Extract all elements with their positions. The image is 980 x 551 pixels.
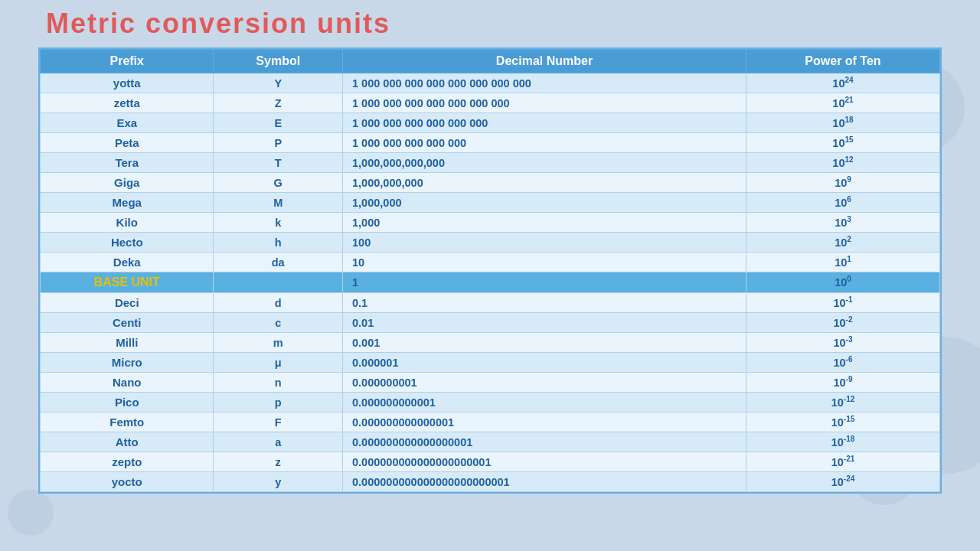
cell-power: 1021 [746, 93, 939, 113]
cell-decimal: 0.000000000001 [343, 393, 746, 412]
cell-decimal: 1,000,000,000 [343, 173, 746, 193]
cell-prefix: Hecto [41, 233, 214, 253]
cell-symbol: a [214, 432, 343, 452]
cell-symbol: m [214, 333, 343, 353]
cell-prefix: Giga [41, 173, 214, 193]
cell-prefix: Pico [41, 393, 214, 412]
cell-prefix: yocto [41, 472, 214, 492]
cell-power: 1024 [746, 73, 939, 93]
table-row: PetaP1 000 000 000 000 0001015 [41, 133, 940, 153]
cell-prefix: zetta [41, 93, 214, 113]
cell-power: 10-6 [746, 353, 939, 373]
cell-power: 10-24 [746, 472, 939, 492]
table-body: yottaY1 000 000 000 000 000 000 000 0001… [41, 73, 940, 492]
table-row: Millim0.00110-3 [41, 333, 940, 353]
cell-decimal: 1 000 000 000 000 000 000 000 [343, 93, 746, 113]
table-row: zettaZ1 000 000 000 000 000 000 0001021 [41, 93, 940, 113]
table-row: FemtoF0.00000000000000110-15 [41, 412, 940, 432]
cell-power: 10-15 [746, 412, 939, 432]
table-row: yottaY1 000 000 000 000 000 000 000 0001… [41, 73, 940, 93]
cell-power: 10-21 [746, 452, 939, 472]
cell-power: 109 [746, 173, 939, 193]
cell-prefix: Exa [41, 113, 214, 133]
cell-symbol: T [214, 153, 343, 173]
cell-symbol: F [214, 412, 343, 432]
cell-power: 101 [746, 253, 939, 272]
cell-prefix: Deka [41, 253, 214, 272]
col-header-prefix: Prefix [41, 50, 214, 73]
cell-power: 102 [746, 233, 939, 253]
cell-decimal: 1,000,000,000,000 [343, 153, 746, 173]
cell-decimal: 1,000,000 [343, 193, 746, 213]
table-row: Kilok1,000103 [41, 213, 940, 233]
col-header-decimal: Decimal Number [343, 50, 746, 73]
cell-power: 1015 [746, 133, 939, 153]
cell-symbol: P [214, 133, 343, 153]
cell-prefix: zepto [41, 452, 214, 472]
cell-symbol: h [214, 233, 343, 253]
cell-symbol [214, 272, 343, 293]
table-row: BASE UNIT1100 [41, 272, 940, 293]
cell-symbol: y [214, 472, 343, 492]
cell-power: 10-9 [746, 373, 939, 393]
cell-symbol: z [214, 452, 343, 472]
page-title: Metric conversion units [38, 8, 942, 40]
cell-power: 10-18 [746, 432, 939, 452]
metric-table: Prefix Symbol Decimal Number Power of Te… [40, 49, 940, 492]
cell-symbol: G [214, 173, 343, 193]
cell-prefix: Femto [41, 412, 214, 432]
table-row: zeptoz0.00000000000000000000110-21 [41, 452, 940, 472]
cell-prefix: Kilo [41, 213, 214, 233]
cell-power: 10-2 [746, 313, 939, 333]
table-row: Hectoh100102 [41, 233, 940, 253]
cell-prefix: yotta [41, 73, 214, 93]
table-row: Microμ0.00000110-6 [41, 353, 940, 373]
cell-power: 1012 [746, 153, 939, 173]
cell-decimal: 0.001 [343, 333, 746, 353]
cell-symbol: Z [214, 93, 343, 113]
cell-decimal: 1,000 [343, 213, 746, 233]
cell-prefix: Centi [41, 313, 214, 333]
cell-decimal: 0.000000000000000000000001 [343, 472, 746, 492]
cell-power: 106 [746, 193, 939, 213]
cell-prefix: Micro [41, 353, 214, 373]
cell-decimal: 0.000001 [343, 353, 746, 373]
table-row: MegaM1,000,000106 [41, 193, 940, 213]
cell-power: 103 [746, 213, 939, 233]
col-header-symbol: Symbol [214, 50, 343, 73]
table-row: yoctoy0.00000000000000000000000110-24 [41, 472, 940, 492]
cell-prefix: BASE UNIT [41, 272, 214, 293]
table-header-row: Prefix Symbol Decimal Number Power of Te… [41, 50, 940, 73]
cell-decimal: 0.1 [343, 293, 746, 313]
cell-decimal: 1 000 000 000 000 000 [343, 133, 746, 153]
cell-decimal: 1 000 000 000 000 000 000 [343, 113, 746, 133]
cell-prefix: Atto [41, 432, 214, 452]
cell-power: 10-1 [746, 293, 939, 313]
cell-symbol: da [214, 253, 343, 272]
cell-decimal: 0.000000000000001 [343, 412, 746, 432]
cell-power: 1018 [746, 113, 939, 133]
cell-decimal: 1 [343, 272, 746, 293]
cell-symbol: M [214, 193, 343, 213]
cell-symbol: d [214, 293, 343, 313]
cell-symbol: Y [214, 73, 343, 93]
cell-decimal: 0.000000000000000001 [343, 432, 746, 452]
table-row: Decid0.110-1 [41, 293, 940, 313]
cell-prefix: Nano [41, 373, 214, 393]
cell-decimal: 0.000000001 [343, 373, 746, 393]
cell-prefix: Peta [41, 133, 214, 153]
cell-symbol: E [214, 113, 343, 133]
cell-decimal: 0.01 [343, 313, 746, 333]
cell-symbol: c [214, 313, 343, 333]
metric-table-wrapper: Prefix Symbol Decimal Number Power of Te… [38, 47, 942, 494]
col-header-power: Power of Ten [746, 50, 939, 73]
cell-symbol: μ [214, 353, 343, 373]
cell-prefix: Deci [41, 293, 214, 313]
cell-symbol: n [214, 373, 343, 393]
cell-power: 10-12 [746, 393, 939, 412]
table-row: Centic0.0110-2 [41, 313, 940, 333]
cell-power: 10-3 [746, 333, 939, 353]
cell-prefix: Tera [41, 153, 214, 173]
cell-decimal: 0.000000000000000000001 [343, 452, 746, 472]
table-row: GigaG1,000,000,000109 [41, 173, 940, 193]
